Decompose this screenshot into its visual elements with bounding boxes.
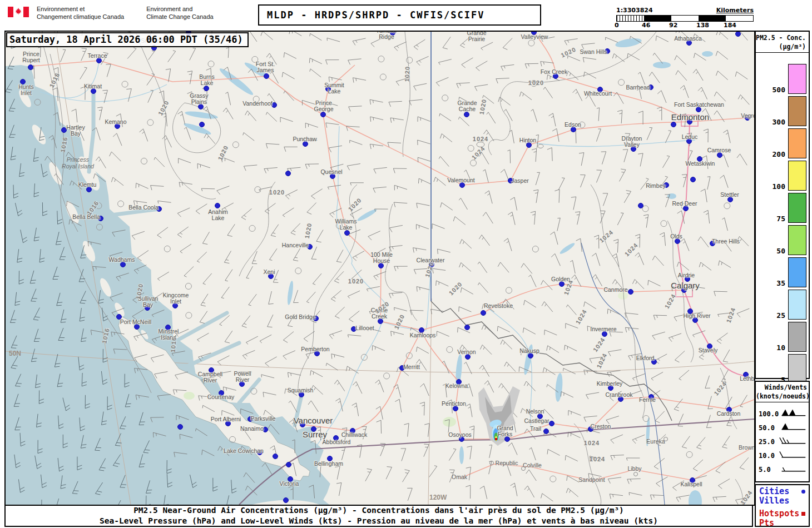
weather-map-app: Environnement et Changement climatique C… [0, 0, 812, 528]
city-label: Edmonton [671, 113, 709, 122]
isobar-label: 1020 [347, 197, 363, 213]
city-label: Osoyoos [448, 432, 471, 438]
town-label: Republic [496, 460, 518, 466]
product-title: MLDP - HRDPS/SHRPD - CWFIS/SCIFV [259, 9, 485, 21]
wind-speed-row: 25.0 [756, 435, 809, 449]
wind-speed-row: 50.0 [756, 421, 809, 435]
isobar-label: 1020 [393, 313, 406, 331]
wind-speed-row: 10.0 [756, 449, 809, 462]
town-circle-marker [633, 472, 638, 476]
pm25-level-row: 75 [756, 193, 809, 223]
town-label: Omak [452, 474, 467, 480]
town-label: Libby [627, 465, 641, 472]
city-label: Hunts Inlet [18, 84, 33, 97]
pm25-level-row: 25 [756, 290, 809, 320]
city-label: Courtenay [207, 394, 234, 400]
hotspots-label-fr: Pts chauds [759, 519, 805, 528]
city-label: Merritt [403, 364, 420, 370]
hotspot-square-icon [801, 512, 805, 516]
wind-speed-value: 10.0 [759, 452, 775, 460]
city-label: Pemberton [301, 346, 329, 352]
wind-barb-icon [779, 464, 808, 476]
pm25-level-row: 100 [756, 161, 809, 191]
city-label: Victoria [280, 481, 299, 487]
eccc-logo: Environnement et Changement climatique C… [8, 6, 236, 21]
isobar-label: 1024 [596, 352, 608, 370]
pm25-color-swatch [788, 290, 806, 320]
city-dot [204, 86, 209, 91]
logo-text-en: Environment and Climate Change Canada [146, 6, 213, 21]
city-label: Tumbler Ridge [376, 31, 397, 40]
pm25-color-swatch [788, 354, 806, 384]
city-label: Vernon [457, 349, 476, 355]
city-label: Lake Cowichan [224, 448, 264, 454]
city-label: Airdrie [678, 272, 695, 278]
city-label: Grande Prairie [467, 31, 486, 42]
cities-label-en: Cities [759, 487, 789, 496]
city-label: Rimbey [646, 183, 666, 189]
isobar-label: 1024 [712, 380, 728, 397]
map-canvas[interactable]: SmithersPrince RupertHunts InletTerraceK… [4, 31, 755, 506]
city-label: Camrose [707, 147, 731, 153]
city-label: Nelson [526, 409, 544, 415]
town-label: Eureka [646, 438, 665, 445]
pm25-level-value: 500 [773, 86, 785, 94]
city-label: Trail [530, 426, 541, 432]
isobar-label: 1024 [590, 456, 605, 462]
city-label: Olds [670, 233, 682, 240]
city-label: Prince George [314, 100, 333, 113]
city-label: Hinton [519, 137, 536, 143]
scalebar-tick: 138 [696, 22, 709, 29]
city-dot [116, 314, 122, 320]
caption-line2: Sea-Level Pressure (hPa) and Low-Level W… [100, 516, 658, 526]
city-label: Abbotsford [323, 439, 351, 445]
city-label: Chilliwack [341, 432, 368, 438]
city-label: Elkford [636, 355, 655, 361]
city-label: Burns Lake [199, 74, 214, 87]
city-label: Kimberley [597, 381, 623, 387]
city-label: Penticton [442, 401, 466, 407]
city-label: Kitimat [84, 83, 102, 89]
winds-legend-title: Winds/Vents (knots/noeuds) [756, 382, 809, 402]
pm25-level-value: 35 [776, 279, 785, 287]
pm25-color-swatch [788, 128, 806, 158]
scalebar-ticks: 04692138184 [616, 22, 754, 28]
pm25-level-row: 10 [756, 322, 809, 352]
city-label: Invermere [590, 326, 616, 332]
city-label: Revelstoke [484, 303, 513, 309]
isobar-label: 1020 [560, 46, 577, 59]
wind-speed-value: 100.0 [759, 410, 779, 418]
city-label: Bella Bella [72, 214, 100, 220]
city-label: Fernie [639, 397, 656, 403]
city-label: Lethbridge [740, 376, 755, 382]
city-label: Valleyview [521, 34, 548, 40]
wind-speed-value: 50.0 [759, 424, 775, 432]
isobar-label: 1016 [48, 72, 61, 89]
city-label: Grand Forks [497, 425, 513, 438]
city-label: Xeni [263, 269, 275, 275]
isobar-label: 1024 [739, 489, 754, 506]
pm25-level-value: 300 [773, 118, 785, 126]
pm25-level-row: 35 [756, 257, 809, 287]
pm25-color-swatch [788, 225, 806, 255]
pm25-level-value: 75 [776, 215, 785, 223]
pm25-level-value: 100 [773, 182, 785, 191]
isobar-label: 1024 [725, 307, 736, 324]
map-scalebar: 1:3303824 Kilometers 04692138184 [616, 7, 754, 28]
scalebar-tick: 0 [615, 22, 619, 29]
city-label: Nanaimo [240, 426, 264, 432]
city-label: Hartley Bay [66, 124, 85, 137]
city-label: Port McNeill [120, 319, 152, 325]
city-dot [543, 429, 549, 434]
city-label: Powell River [234, 371, 251, 383]
city-dot [671, 122, 676, 127]
caption-bar: PM2.5 Near-Ground Air Concentrations (µg… [4, 505, 753, 527]
isobar-label: 1016 [60, 136, 69, 153]
pm25-level-value: 200 [773, 150, 785, 158]
isobar-label: 1024 [598, 228, 615, 244]
city-dot [283, 497, 289, 503]
city-dot [638, 203, 643, 208]
pm25-legend: PM2.5 - Conc. (µg/m³) 500300200100755035… [755, 31, 810, 379]
city-dot [273, 454, 278, 459]
town-label: Sandpoint [578, 476, 605, 483]
